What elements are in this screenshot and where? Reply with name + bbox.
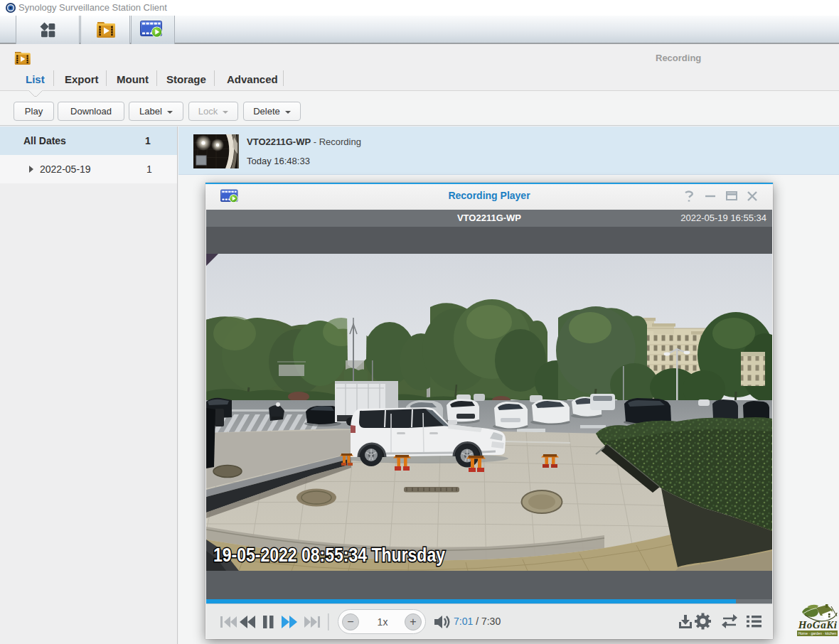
- svg-text:19-05-2022 08:55:34 Thursday: 19-05-2022 08:55:34 Thursday: [213, 544, 445, 566]
